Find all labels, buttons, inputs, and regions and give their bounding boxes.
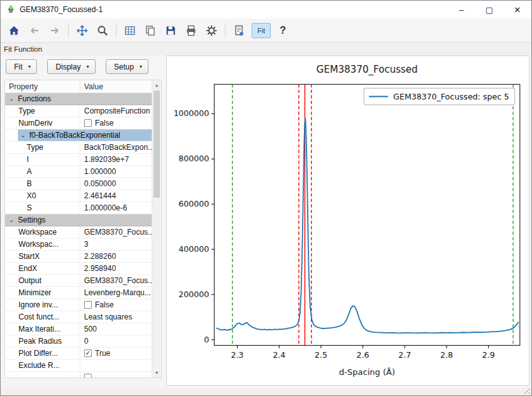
copy-button[interactable]: [141, 21, 160, 40]
table-row[interactable]: I1.892039e+7: [5, 154, 152, 166]
y-tick-label: 1000000: [173, 108, 209, 118]
property-value[interactable]: 1.892039e+7: [80, 154, 152, 165]
property-value[interactable]: 2.461444: [80, 190, 152, 202]
x-tick-label: 2.9: [482, 350, 495, 360]
table-row[interactable]: Workspac...3: [5, 238, 152, 251]
value-text: Least squares: [84, 312, 132, 321]
chevron-down-icon[interactable]: ⌄: [8, 96, 15, 102]
table-row[interactable]: OutputGEM38370_Focus...: [5, 275, 152, 287]
property-value[interactable]: GEM38370_Focus...: [80, 275, 152, 286]
table-row[interactable]: Cost funct...Least squares: [5, 311, 152, 323]
checkbox[interactable]: [84, 119, 92, 127]
table-row[interactable]: StartX2.288260: [5, 251, 152, 263]
property-value[interactable]: BackToBackExpon...: [80, 142, 152, 153]
table-row[interactable]: Max Iterati...500: [5, 323, 152, 335]
maximize-button[interactable]: ▢: [475, 1, 503, 18]
chevron-down-icon[interactable]: ⌄: [20, 132, 26, 138]
table-row[interactable]: A1.000000: [5, 166, 152, 178]
plot-title: GEM38370_Focussed: [317, 64, 418, 76]
print-button[interactable]: [182, 21, 201, 40]
table-row[interactable]: Exclude R...: [5, 360, 152, 372]
fit-menu-button[interactable]: Fit ▾: [6, 59, 37, 74]
chevron-down-icon: ▾: [140, 64, 142, 70]
scrollbar-thumb[interactable]: [154, 91, 160, 198]
table-row[interactable]: S1.000000e-6: [5, 202, 152, 214]
property-browser: Property Value ⌄FunctionsTypeCompositeFu…: [4, 80, 162, 378]
checkbox[interactable]: [84, 374, 92, 378]
property-value[interactable]: [80, 360, 152, 371]
setup-menu-button[interactable]: Setup ▾: [106, 59, 148, 74]
grid-button[interactable]: [120, 21, 140, 40]
value-text: False: [95, 300, 113, 309]
resize-grip[interactable]: [524, 388, 530, 394]
minimize-button[interactable]: –: [447, 1, 475, 18]
section-row[interactable]: ⌄Settings: [5, 214, 152, 226]
display-menu-button[interactable]: Display ▾: [47, 59, 95, 74]
table-row[interactable]: X02.461444: [5, 190, 152, 202]
checkbox[interactable]: ✓: [84, 349, 92, 357]
property-value[interactable]: CompositeFunction: [80, 105, 152, 117]
property-value[interactable]: Levenberg-Marqu...: [80, 287, 152, 298]
forward-button[interactable]: [45, 21, 64, 40]
function-row[interactable]: ⌄f0-BackToBackExponential: [5, 129, 152, 142]
table-row[interactable]: Plot Differ...✓True: [5, 348, 152, 360]
property-value[interactable]: 3: [80, 238, 152, 250]
property-value[interactable]: 1.000000: [80, 166, 152, 177]
plot-canvas[interactable]: 2.32.42.52.62.72.82.90200000400000600000…: [167, 56, 529, 385]
property-value[interactable]: False: [80, 117, 152, 129]
property-value[interactable]: 2.288260: [80, 251, 152, 262]
back-arrow-icon: [28, 24, 41, 37]
table-row[interactable]: TypeBackToBackExpon...: [5, 142, 152, 154]
table-row[interactable]: [5, 372, 152, 378]
chevron-down-icon[interactable]: ⌄: [8, 217, 15, 223]
save-icon: [164, 24, 177, 37]
toolbar-separator: [68, 24, 69, 38]
legend[interactable]: GEM38370_Focussed: spec 5: [364, 88, 515, 105]
property-name: Cost funct...: [5, 311, 80, 323]
table-row[interactable]: TypeCompositeFunction: [5, 105, 152, 117]
pan-button[interactable]: [73, 21, 92, 40]
y-tick-label: 600000: [178, 199, 209, 209]
table-row[interactable]: NumDerivFalse: [5, 117, 152, 129]
section-row[interactable]: ⌄Functions: [5, 93, 152, 105]
help-button[interactable]: ?: [274, 21, 292, 40]
table-row[interactable]: B0.050000: [5, 178, 152, 190]
home-button[interactable]: [4, 21, 24, 40]
table-row[interactable]: Ignore inv...False: [5, 299, 152, 311]
property-value[interactable]: GEM38370_Focus...: [80, 226, 152, 238]
property-column-header: Property: [5, 80, 80, 92]
zoom-button[interactable]: [93, 21, 112, 40]
property-table-header: Property Value: [5, 80, 152, 93]
home-icon: [8, 24, 20, 37]
property-value[interactable]: 500: [80, 323, 152, 335]
vertical-scrollbar[interactable]: ▲ ▼: [152, 80, 161, 378]
value-text: True: [95, 349, 110, 358]
property-name: Workspac...: [5, 238, 80, 250]
property-value[interactable]: 0.050000: [80, 178, 152, 189]
value-text: 1.000000: [84, 167, 116, 176]
property-value[interactable]: 2.958940: [80, 263, 152, 274]
property-value[interactable]: ✓True: [80, 348, 152, 359]
property-value[interactable]: 1.000000e-6: [80, 202, 152, 214]
fit-toggle-button[interactable]: Fit: [252, 23, 271, 38]
selected-function[interactable]: ⌄f0-BackToBackExponential: [18, 129, 152, 141]
customize-button[interactable]: [202, 21, 221, 40]
main-area: Fit ▾ Display ▾ Setup ▾ Property Value ⌄…: [1, 55, 531, 388]
scroll-down-icon[interactable]: ▼: [152, 368, 161, 378]
property-name: X0: [5, 190, 80, 202]
property-value[interactable]: [80, 372, 152, 378]
table-row[interactable]: Peak Radius0: [5, 335, 152, 348]
back-button[interactable]: [25, 21, 44, 40]
script-button[interactable]: [229, 21, 248, 40]
x-tick-label: 2.3: [231, 350, 243, 360]
property-value[interactable]: Least squares: [80, 311, 152, 323]
table-row[interactable]: WorkspaceGEM38370_Focus...: [5, 226, 152, 238]
table-row[interactable]: MinimizerLevenberg-Marqu...: [5, 287, 152, 299]
property-value[interactable]: 0: [80, 335, 152, 347]
property-value[interactable]: False: [80, 299, 152, 311]
close-button[interactable]: ✕: [503, 1, 531, 18]
table-row[interactable]: EndX2.958940: [5, 263, 152, 275]
scroll-up-icon[interactable]: ▲: [152, 80, 161, 90]
save-button[interactable]: [161, 21, 180, 40]
checkbox[interactable]: [84, 301, 92, 309]
